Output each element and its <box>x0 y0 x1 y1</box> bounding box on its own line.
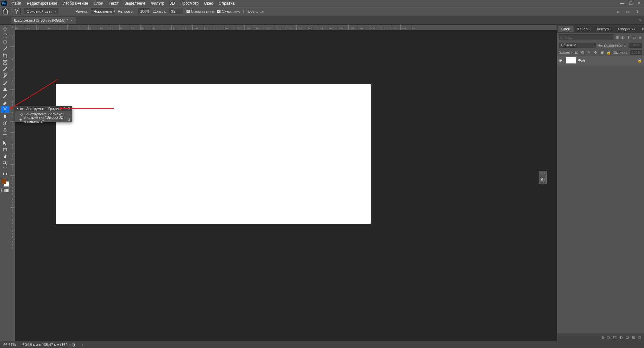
minimize-icon[interactable]: — <box>620 1 624 6</box>
shortcut: G <box>67 117 70 121</box>
lock-artboard-icon[interactable]: ▣ <box>600 50 604 55</box>
tolerance-field[interactable]: 32 <box>169 9 183 14</box>
vertical-ruler: 4321010203040506070809010011012013014015… <box>10 25 15 341</box>
delete-layer-icon[interactable]: 🗑 <box>638 335 642 340</box>
layer-mask-icon[interactable]: ◻ <box>613 335 616 340</box>
crop-tool[interactable] <box>1 52 9 59</box>
healing-tool[interactable] <box>1 72 9 79</box>
quickmask-toggle[interactable] <box>1 189 9 192</box>
layer-filter-input[interactable] <box>559 34 613 40</box>
move-tool[interactable] <box>1 26 9 32</box>
edit-toolbar[interactable] <box>1 170 9 177</box>
layer-group-icon[interactable]: 🗀 <box>625 335 629 340</box>
link-layers-icon[interactable]: ⊕ <box>601 335 605 340</box>
document-tab[interactable]: Шаблон.psd @ 66,7% (RGB/8) * × <box>11 17 76 24</box>
svg-rect-4 <box>3 148 7 151</box>
opacity-field[interactable]: 100% <box>138 8 150 14</box>
frame-tool[interactable] <box>1 59 9 66</box>
hand-tool[interactable] <box>1 153 9 160</box>
layer-name[interactable]: Фон <box>578 58 585 62</box>
menu-3d[interactable]: 3D <box>167 1 178 6</box>
color-swatches[interactable] <box>1 179 9 187</box>
brush-tool[interactable] <box>1 79 9 86</box>
menu-edit[interactable]: Редактирование <box>24 1 60 6</box>
filter-text-icon[interactable]: T <box>626 35 631 40</box>
character-popup[interactable]: »× A| <box>539 171 547 184</box>
menu-file[interactable]: Файл <box>9 1 24 6</box>
flyout-gradient[interactable]: ▭ Инструмент "Градиент" G <box>15 106 72 111</box>
tab-channels[interactable]: Каналы <box>574 26 593 32</box>
wand-tool[interactable] <box>1 46 9 52</box>
fill-field[interactable]: 100% <box>630 50 642 55</box>
pen-tool[interactable] <box>1 126 9 133</box>
home-button[interactable] <box>2 8 9 15</box>
adjustment-layer-icon[interactable]: ◐ <box>619 335 623 340</box>
search-icon[interactable]: ⌕ <box>615 8 621 14</box>
history-brush-tool[interactable] <box>1 93 9 99</box>
close-icon[interactable]: ✕ <box>637 1 641 6</box>
tab-close-icon[interactable]: × <box>71 18 73 22</box>
blend-mode-dropdown[interactable]: Нормальный <box>91 8 114 14</box>
menu-window[interactable]: Окно <box>201 1 216 6</box>
menu-view[interactable]: Просмотр <box>178 1 201 6</box>
layer-fx-icon[interactable]: fx <box>607 335 610 340</box>
layer-row[interactable]: ◉ Фон 🔒 <box>557 56 644 65</box>
document-canvas[interactable] <box>56 84 371 224</box>
filter-adjust-icon[interactable]: ◐ <box>621 35 625 40</box>
tool-flyout: ▭ Инструмент "Градиент" G ◇ Инструмент "… <box>15 106 72 122</box>
zoom-level[interactable]: 66.67% <box>3 343 16 347</box>
eyedropper-tool[interactable] <box>1 66 9 72</box>
menu-layers[interactable]: Слои <box>91 1 106 6</box>
contiguous-checkbox[interactable]: ✓Смеж.пикс <box>217 9 240 13</box>
character-icon[interactable]: A| <box>539 176 546 184</box>
filter-pixel-icon[interactable]: ▦ <box>615 35 619 40</box>
stamp-tool[interactable] <box>1 86 9 93</box>
status-menu-icon[interactable]: › <box>82 343 83 347</box>
lock-paint-icon[interactable]: ✎ <box>586 50 591 55</box>
filter-shape-icon[interactable]: ▭ <box>632 35 636 40</box>
fg-color-swatch[interactable] <box>1 179 6 184</box>
text-tool[interactable] <box>1 133 9 140</box>
lock-move-icon[interactable]: ✥ <box>593 50 598 55</box>
menu-help[interactable]: Справка <box>216 1 237 6</box>
eraser-tool[interactable] <box>1 99 9 106</box>
tab-history[interactable]: История <box>639 26 644 32</box>
tab-paths[interactable]: Контуры <box>594 26 614 32</box>
doc-dimensions: 304,8 мм x 135,47 мм (150 ppi) <box>22 343 75 347</box>
blur-tool[interactable] <box>1 113 9 119</box>
panel-opacity-field[interactable]: 100% <box>629 43 642 48</box>
menu-text[interactable]: Текст <box>106 1 121 6</box>
workspace-icon[interactable]: ▭ <box>625 8 631 14</box>
layer-thumbnail[interactable] <box>566 57 576 64</box>
menu-image[interactable]: Изображение <box>60 1 91 6</box>
close-icon[interactable]: × <box>544 171 546 176</box>
lock-all-icon[interactable]: 🔒 <box>606 50 611 55</box>
menu-filter[interactable]: Фильтр <box>148 1 167 6</box>
fill-source-dropdown[interactable]: Основной цвет <box>24 8 58 14</box>
zoom-tool[interactable] <box>1 160 9 166</box>
share-icon[interactable]: ⇪ <box>634 8 640 14</box>
menu-select[interactable]: Выделение <box>121 1 148 6</box>
lasso-tool[interactable] <box>1 39 9 46</box>
tool-preset[interactable] <box>13 8 21 15</box>
marquee-tool[interactable] <box>1 32 9 39</box>
tab-layers[interactable]: Слои <box>558 26 574 32</box>
fill-label: Заливка: <box>613 50 628 54</box>
dodge-tool[interactable] <box>1 119 9 126</box>
collapse-icon[interactable]: » <box>541 171 543 176</box>
lock-trans-icon[interactable]: ▨ <box>580 50 585 55</box>
shape-tool[interactable] <box>1 146 9 153</box>
tab-actions[interactable]: Операции <box>615 26 638 32</box>
filter-smart-icon[interactable]: ◈ <box>638 35 642 40</box>
visibility-icon[interactable]: ◉ <box>559 58 564 63</box>
status-bar: 66.67% 304,8 мм x 135,47 мм (150 ppi) › <box>0 341 644 348</box>
flyout-3dmaterial[interactable]: ◈ Инструмент "Выбор 3D-материала" G <box>15 117 72 122</box>
new-layer-icon[interactable]: ⊞ <box>632 335 635 340</box>
anti-alias-checkbox[interactable]: ✓Сглаживание <box>186 9 214 13</box>
blend-mode-select[interactable]: Обычные <box>559 43 596 48</box>
gradient-bucket-tool[interactable] <box>1 106 9 113</box>
all-layers-checkbox[interactable]: Все слои <box>243 9 263 13</box>
maximize-icon[interactable]: ❐ <box>629 1 633 6</box>
path-select-tool[interactable] <box>1 140 9 146</box>
tab-expand-icon[interactable]: » <box>636 18 644 23</box>
